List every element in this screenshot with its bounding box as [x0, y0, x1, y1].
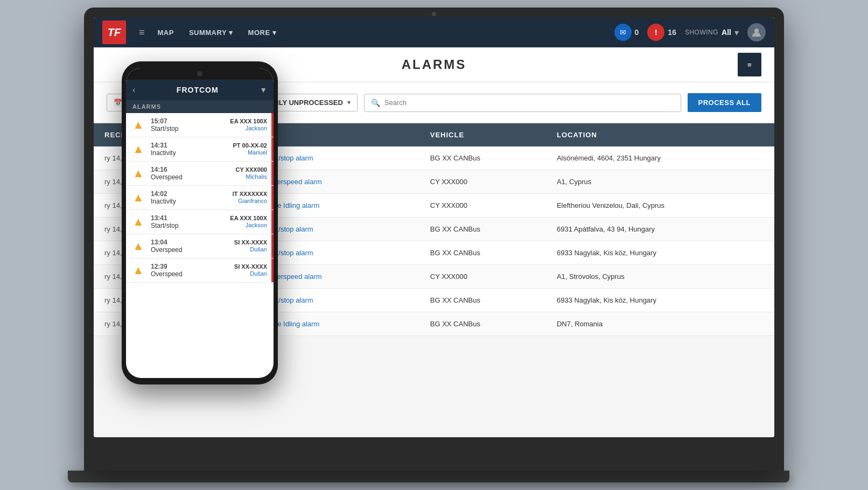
nav-links: MAP SUMMARY ▾ MORE ▾: [158, 29, 601, 37]
hamburger-menu-button[interactable]: ≡: [139, 27, 145, 38]
vehicle-cell: CY XXX000: [419, 265, 546, 289]
location-cell: Eleftheriou Venizelou, Dali, Cyprus: [546, 194, 774, 218]
nav-map-link[interactable]: MAP: [158, 29, 174, 37]
phone-alarm-time: 12:39: [151, 263, 167, 270]
phone-alarm-info: 14:16 CY XXX000 Overspeed Michalis: [151, 166, 267, 181]
phone-filter-icon[interactable]: ▼: [260, 86, 267, 94]
vehicle-cell: BG XX CANBus: [419, 312, 546, 336]
phone-frame: ‹ FROTCOM ▼ ALARMS ! 15:07 EA XXX 100X: [122, 61, 278, 384]
phone-alarm-item[interactable]: ! 13:41 EA XXX 100X Start/stop Jackson: [126, 210, 274, 234]
process-all-button[interactable]: PROCESS ALL: [688, 93, 761, 112]
search-input[interactable]: [384, 99, 674, 107]
vehicle-cell: BG XX CANBus: [419, 218, 546, 241]
location-cell: A1, Cyprus: [546, 170, 774, 194]
warning-icon: !: [132, 167, 146, 179]
vehicle-cell: CY XXX000: [419, 194, 546, 218]
phone-alarm-vehicle: PT 00-XX-02: [233, 142, 267, 149]
phone-alarm-type: Overspeed: [151, 246, 183, 254]
phone-header: ‹ FROTCOM ▼: [126, 80, 274, 100]
nav-right: ✉ 0 ! 16 SHOWING All ▾: [614, 23, 766, 41]
chevron-down-icon: ▾: [272, 29, 277, 37]
phone-back-button[interactable]: ‹: [132, 85, 135, 95]
phone-alarm-info: 14:02 IT XXXXXXX Inactivity Gianfranco: [151, 190, 267, 205]
mail-count: 0: [635, 28, 639, 37]
phone-alarm-driver: Jackson: [246, 125, 267, 132]
warning-icon: !: [132, 143, 146, 155]
search-icon: 🔍: [371, 99, 380, 107]
phone-alarm-time: 13:41: [151, 214, 167, 222]
phone-notch-area: [126, 68, 274, 80]
nav-more-link[interactable]: MORE ▾: [248, 29, 277, 37]
location-cell: DN7, Romania: [546, 312, 774, 336]
page-title: ALARMS: [402, 57, 467, 72]
phone-section-label: ALARMS: [126, 100, 274, 113]
showing-label: SHOWING: [685, 29, 718, 36]
phone-alarm-item[interactable]: ! 12:39 SI XX-XXXX Overspeed Dušan: [126, 258, 274, 283]
status-value: ONLY UNPROCESSED: [268, 99, 343, 107]
vehicle-cell: CY XXX000: [419, 170, 546, 194]
alert-icon[interactable]: !: [647, 24, 664, 41]
nav-logo[interactable]: TF: [102, 20, 126, 44]
phone-alarm-driver: Michalis: [246, 173, 267, 181]
phone-alarm-item[interactable]: ! 14:02 IT XXXXXXX Inactivity Gianfranco: [126, 186, 274, 210]
phone-alarm-time: 13:04: [151, 239, 167, 246]
phone-alarm-driver: Jackson: [246, 222, 267, 229]
user-avatar[interactable]: [747, 23, 766, 41]
phone-alarm-vehicle: EA XXX 100X: [230, 118, 267, 124]
phone-alarm-type: Start/stop: [151, 222, 178, 229]
laptop-camera: [432, 12, 436, 16]
alert-count: 16: [668, 28, 676, 37]
phone-alarm-item[interactable]: ! 13:04 SI XX-XXXX Overspeed Dušan: [126, 234, 274, 258]
alert-badge: ! 16: [647, 24, 676, 41]
navbar: TF ≡ MAP SUMMARY ▾ MORE ▾: [94, 17, 774, 47]
phone-alarm-item[interactable]: ! 14:16 CY XXX000 Overspeed Michalis: [126, 162, 274, 186]
warning-icon: !: [132, 240, 146, 252]
chevron-down-icon: ▾: [347, 99, 351, 106]
warning-icon: !: [132, 192, 146, 204]
phone-camera-dot: [197, 71, 202, 76]
location-cell: 6933 Nagylak, Kis köz, Hungary: [546, 289, 774, 312]
phone-alarm-vehicle: CY XXX000: [235, 166, 267, 173]
showing-value: All: [722, 28, 731, 37]
location-cell: A1, Strovolos, Cyprus: [546, 265, 774, 289]
phone-alarm-driver: Dušan: [250, 270, 267, 278]
location-column-header[interactable]: LOCATION: [546, 123, 774, 146]
hamburger-icon: ≡: [747, 61, 752, 69]
warning-icon: !: [132, 264, 146, 276]
location-cell: Alsónémedi, 4604, 2351 Hungary: [546, 146, 774, 170]
phone-alarm-vehicle: IT XXXXXXX: [233, 191, 267, 197]
warning-icon: !: [132, 119, 146, 131]
phone-alarm-list: ! 15:07 EA XXX 100X Start/stop Jackson: [126, 113, 274, 378]
mail-badge: ✉ 0: [614, 24, 639, 41]
phone-alarm-item[interactable]: ! 15:07 EA XXX 100X Start/stop Jackson: [126, 113, 274, 137]
warning-icon: !: [132, 216, 146, 228]
phone-alarm-time: 14:31: [151, 142, 167, 149]
phone-screen: ‹ FROTCOM ▼ ALARMS ! 15:07 EA XXX 100X: [126, 68, 274, 378]
phone-alarm-vehicle: SI XX-XXXX: [234, 263, 267, 270]
phone-alarm-item[interactable]: ! 14:31 PT 00-XX-02 Inactivity Manuel: [126, 137, 274, 162]
mail-icon[interactable]: ✉: [614, 24, 632, 41]
phone-alarm-type: Overspeed: [151, 173, 183, 181]
calendar-icon: 📅: [114, 99, 122, 107]
logo-text: TF: [108, 26, 121, 39]
phone-alarm-info: 13:04 SI XX-XXXX Overspeed Dušan: [151, 239, 267, 254]
phone-alarm-driver: Gianfranco: [238, 198, 267, 205]
page-menu-button[interactable]: ≡: [738, 53, 761, 76]
phone-alarm-driver: Manuel: [248, 149, 267, 157]
vehicle-cell: BG XX CANBus: [419, 241, 546, 265]
svg-point-0: [754, 29, 759, 33]
showing-selector[interactable]: SHOWING All ▾: [685, 27, 739, 38]
laptop-base: [68, 471, 789, 482]
phone-alarm-driver: Dušan: [250, 246, 267, 254]
nav-summary-link[interactable]: SUMMARY ▾: [189, 29, 233, 37]
location-cell: 6933 Nagylak, Kis köz, Hungary: [546, 241, 774, 265]
phone-alarm-type: Inactivity: [151, 149, 176, 157]
search-box: 🔍: [364, 94, 681, 112]
phone-alarm-type: Overspeed: [151, 270, 183, 278]
phone-alarm-type: Inactivity: [151, 198, 176, 205]
phone-alarm-time: 15:07: [151, 117, 167, 125]
phone-alarm-type: Start/stop: [151, 125, 178, 132]
phone-app-name: FROTCOM: [177, 86, 219, 94]
location-cell: 6931 Apátfalva, 43 94, Hungary: [546, 218, 774, 241]
vehicle-column-header[interactable]: VEHICLE: [419, 123, 546, 146]
